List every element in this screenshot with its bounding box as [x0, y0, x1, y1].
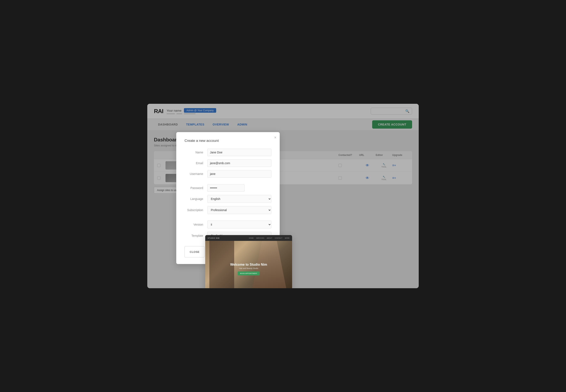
email-label: Email [185, 161, 207, 165]
template-preview-card: STUDIO NIM HOME SERVICES ABOUT CONTACT M… [205, 235, 292, 288]
preview-nav-services: SERVICES [256, 237, 264, 239]
create-account-modal: Create a new account × Name Email Userna… [176, 132, 280, 264]
preview-hero-title: Welcome to Studio Nim [230, 263, 267, 266]
version-label: Version [185, 223, 207, 226]
version-select[interactable]: i ii iii [207, 221, 271, 228]
preview-overlay: Welcome to Studio Nim Hair and Beauty St… [230, 263, 267, 275]
modal-close-x[interactable]: × [274, 135, 276, 140]
template-label: Template [185, 234, 207, 237]
preview-site-name: STUDIO NIM [208, 237, 219, 239]
password-label: Password [185, 186, 207, 190]
modal-title: Create a new account [185, 139, 271, 143]
password-input[interactable] [207, 184, 245, 192]
name-label: Name [185, 151, 207, 154]
version-field-row: Version i ii iii [185, 221, 271, 228]
username-field-row: Username [185, 170, 271, 178]
language-field-row: Language English Spanish French German [185, 195, 271, 203]
close-button[interactable]: CLOSE [185, 246, 204, 257]
language-label: Language [185, 197, 207, 201]
preview-cta-button: BOOK APPOINTMENT [238, 271, 260, 275]
username-label: Username [185, 172, 207, 176]
app-background: RAI Your name Admin @ Your Company 🔍 [147, 104, 419, 288]
preview-nav: HOME SERVICES ABOUT CONTACT MORE [249, 237, 290, 239]
preview-nav-about: ABOUT [267, 237, 273, 239]
preview-nav-home: HOME [249, 237, 254, 239]
subscription-select[interactable]: Professional Starter Business Enterprise [207, 206, 271, 214]
preview-nav-more: MORE [285, 237, 290, 239]
modal-overlay: Create a new account × Name Email Userna… [147, 104, 419, 288]
preview-hero-image: Welcome to Studio Nim Hair and Beauty St… [205, 241, 292, 288]
preview-nav-contact: CONTACT [275, 237, 282, 239]
subscription-field-row: Subscription Professional Starter Busine… [185, 206, 271, 214]
name-input[interactable] [207, 149, 271, 156]
subscription-label: Subscription [185, 209, 207, 212]
name-field-row: Name [185, 149, 271, 156]
preview-hero-sub: Hair and Beauty Studio [230, 267, 267, 269]
email-field-row: Email [185, 159, 271, 167]
username-input[interactable] [207, 170, 271, 178]
language-select[interactable]: English Spanish French German [207, 195, 271, 203]
preview-header: STUDIO NIM HOME SERVICES ABOUT CONTACT M… [205, 235, 292, 241]
email-input[interactable] [207, 159, 271, 167]
password-field-row: Password [185, 184, 271, 192]
